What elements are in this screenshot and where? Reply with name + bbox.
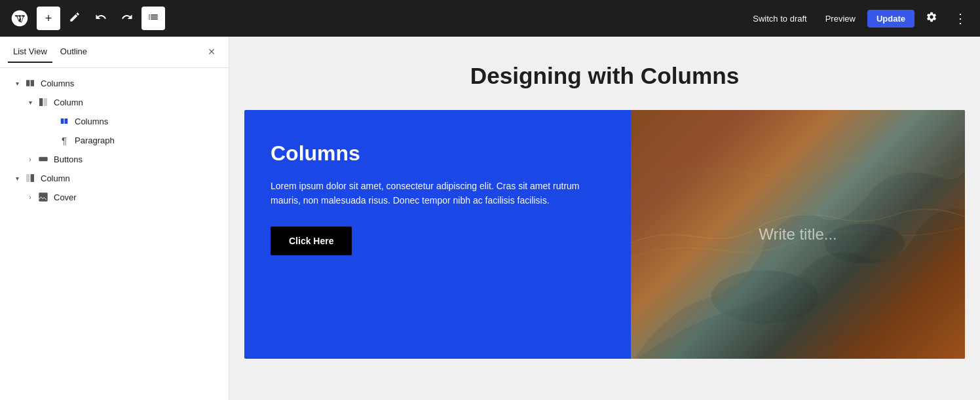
list-item[interactable]: ¶ Paragraph xyxy=(5,131,223,149)
redo-button[interactable] xyxy=(115,7,139,30)
chevron-down-icon: ▾ xyxy=(24,96,37,109)
svg-rect-4 xyxy=(31,174,34,182)
list-view-icon xyxy=(147,11,159,26)
list-item[interactable]: ▾ Column xyxy=(5,93,223,111)
column-2-icon xyxy=(24,172,37,185)
buttons-icon xyxy=(37,153,50,166)
columns-root-icon xyxy=(24,77,37,90)
paragraph-label: Paragraph xyxy=(75,136,115,145)
sidebar-close-button[interactable]: × xyxy=(202,43,221,62)
svg-rect-5 xyxy=(39,192,47,201)
toolbar-right: Switch to draft Preview Update ⋮ xyxy=(746,7,972,30)
svg-rect-3 xyxy=(26,174,29,182)
pencil-icon xyxy=(69,11,81,26)
column-right: Write title... xyxy=(631,110,965,359)
toolbar: + Switch to draft Preview Update xyxy=(0,0,980,37)
buttons-label: Buttons xyxy=(54,155,83,164)
column-icon xyxy=(37,96,50,109)
list-item[interactable]: ▾ Column xyxy=(5,169,223,187)
plus-icon: + xyxy=(45,12,52,26)
wp-logo[interactable] xyxy=(8,7,31,30)
more-options-button[interactable]: ⋮ xyxy=(949,7,972,30)
tab-outline[interactable]: Outline xyxy=(55,41,92,63)
chevron-right-icon: › xyxy=(24,191,37,204)
editor-canvas: Designing with Columns Columns Lorem ips… xyxy=(244,63,965,374)
columns-body-text: Lorem ipsum dolor sit amet, consectetur … xyxy=(271,179,605,208)
settings-button[interactable] xyxy=(920,7,943,30)
post-title[interactable]: Designing with Columns xyxy=(244,63,965,89)
main-area: List View Outline × ▾ Columns ▾ Column xyxy=(0,37,980,400)
undo-button[interactable] xyxy=(89,7,113,30)
click-here-button[interactable]: Click Here xyxy=(271,227,352,255)
column-1-label: Column xyxy=(54,98,83,107)
chevron-down-icon: ▾ xyxy=(10,77,24,90)
tab-list-view[interactable]: List View xyxy=(8,41,52,63)
svg-point-7 xyxy=(711,270,818,324)
list-item[interactable]: ▾ Columns xyxy=(5,74,223,92)
list-item[interactable]: › Cover xyxy=(5,188,223,206)
cover-icon xyxy=(37,191,50,204)
columns-heading: Columns xyxy=(271,141,605,166)
cover-write-title[interactable]: Write title... xyxy=(759,225,837,244)
columns-inner-label: Columns xyxy=(75,117,108,126)
paragraph-icon: ¶ xyxy=(58,134,71,147)
spacer-icon xyxy=(45,115,58,128)
columns-block: Columns Lorem ipsum dolor sit amet, cons… xyxy=(244,110,965,359)
svg-rect-0 xyxy=(39,98,43,106)
preview-button[interactable]: Preview xyxy=(819,10,862,27)
toolbar-left: + xyxy=(8,7,165,30)
vertical-dots-icon: ⋮ xyxy=(954,10,967,26)
list-view-button[interactable] xyxy=(141,7,165,30)
columns-inner-icon xyxy=(58,115,71,128)
chevron-down-icon: ▾ xyxy=(10,172,24,185)
columns-root-label: Columns xyxy=(41,79,74,88)
svg-rect-1 xyxy=(44,98,47,106)
svg-rect-2 xyxy=(39,157,47,162)
cover-block[interactable]: Write title... xyxy=(631,110,965,359)
spacer-icon xyxy=(45,134,58,147)
sidebar: List View Outline × ▾ Columns ▾ Column xyxy=(0,37,229,400)
gear-icon xyxy=(926,11,937,26)
edit-button[interactable] xyxy=(63,7,86,30)
sidebar-tabs: List View Outline × xyxy=(0,37,229,68)
list-item[interactable]: › Buttons xyxy=(5,150,223,168)
redo-icon xyxy=(121,11,133,26)
switch-to-draft-button[interactable]: Switch to draft xyxy=(746,10,813,27)
add-block-button[interactable]: + xyxy=(37,7,60,30)
list-item[interactable]: Columns xyxy=(5,112,223,130)
cover-label: Cover xyxy=(54,192,77,202)
sidebar-tree: ▾ Columns ▾ Column Columns xyxy=(0,68,229,400)
column-left: Columns Lorem ipsum dolor sit amet, cons… xyxy=(244,110,631,359)
undo-icon xyxy=(95,11,107,26)
chevron-right-icon: › xyxy=(24,153,37,166)
column-2-label: Column xyxy=(41,173,70,183)
editor-area: Designing with Columns Columns Lorem ips… xyxy=(229,37,980,400)
update-button[interactable]: Update xyxy=(867,10,914,27)
